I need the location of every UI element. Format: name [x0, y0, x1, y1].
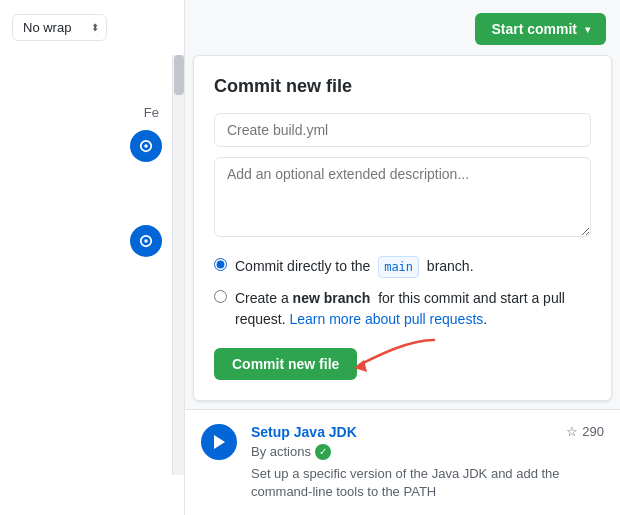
caret-icon: ▾	[585, 24, 590, 35]
new-branch-bold: new branch	[293, 290, 371, 306]
svg-point-1	[144, 144, 148, 148]
create-text: Create a	[235, 290, 289, 306]
learn-more-link[interactable]: Learn more about pull requests	[289, 311, 483, 327]
radio-direct[interactable]	[214, 258, 227, 271]
circle-icon-1	[139, 139, 153, 153]
commit-description-textarea[interactable]	[214, 157, 591, 237]
left-panel: No wrap Soft wrap ⬍ Fe	[0, 0, 185, 515]
star-count-wrapper: ☆ 290	[566, 424, 604, 439]
fe-label: Fe	[144, 105, 159, 120]
radio-option-branch: Create a new branch for this commit and …	[214, 288, 591, 330]
circle-icon-2	[139, 234, 153, 248]
card-author: By actions ✓	[251, 444, 604, 460]
scrollbar-track	[172, 55, 184, 475]
modal-title: Commit new file	[214, 76, 591, 97]
blue-circle-2	[130, 225, 162, 257]
radio-group: Commit directly to the main branch. Crea…	[214, 256, 591, 330]
verified-badge: ✓	[315, 444, 331, 460]
commit-directly-text: Commit directly to the	[235, 258, 370, 274]
star-count-value: 290	[582, 424, 604, 439]
blue-circle-1	[130, 130, 162, 162]
svg-marker-6	[214, 435, 225, 449]
play-circle	[201, 424, 237, 460]
arrow-to-commit-button	[349, 330, 439, 378]
play-icon	[212, 434, 226, 450]
radio-direct-label: Commit directly to the main branch.	[235, 256, 474, 278]
modal-panel: Commit new file Commit directly to the m…	[193, 55, 612, 401]
card-content: Setup Java JDK ☆ 290 By actions ✓ Set up…	[251, 424, 604, 501]
radio-new-branch[interactable]	[214, 290, 227, 303]
radio-option-direct: Commit directly to the main branch.	[214, 256, 591, 278]
branch-suffix: branch.	[427, 258, 474, 274]
commit-new-file-button[interactable]: Commit new file	[214, 348, 357, 380]
scrollbar-thumb[interactable]	[174, 55, 184, 95]
start-commit-button[interactable]: Start commit ▾	[475, 13, 606, 45]
commit-title-input[interactable]	[214, 113, 591, 147]
nowrap-select[interactable]: No wrap Soft wrap	[12, 14, 107, 41]
main-area: Start commit ▾ Commit new file Commit di…	[185, 0, 620, 515]
star-icon: ☆	[566, 424, 578, 439]
commit-button-wrapper: Commit new file	[214, 348, 357, 380]
start-commit-label: Start commit	[491, 21, 577, 37]
card-title[interactable]: Setup Java JDK	[251, 424, 357, 440]
svg-point-3	[144, 239, 148, 243]
bottom-card: Setup Java JDK ☆ 290 By actions ✓ Set up…	[185, 409, 620, 515]
branch-badge: main	[378, 256, 419, 278]
author-text: By actions	[251, 444, 311, 459]
nowrap-select-wrapper: No wrap Soft wrap ⬍	[12, 14, 107, 41]
card-description: Set up a specific version of the Java JD…	[251, 465, 604, 501]
radio-new-branch-label: Create a new branch for this commit and …	[235, 288, 591, 330]
card-title-row: Setup Java JDK ☆ 290	[251, 424, 604, 440]
